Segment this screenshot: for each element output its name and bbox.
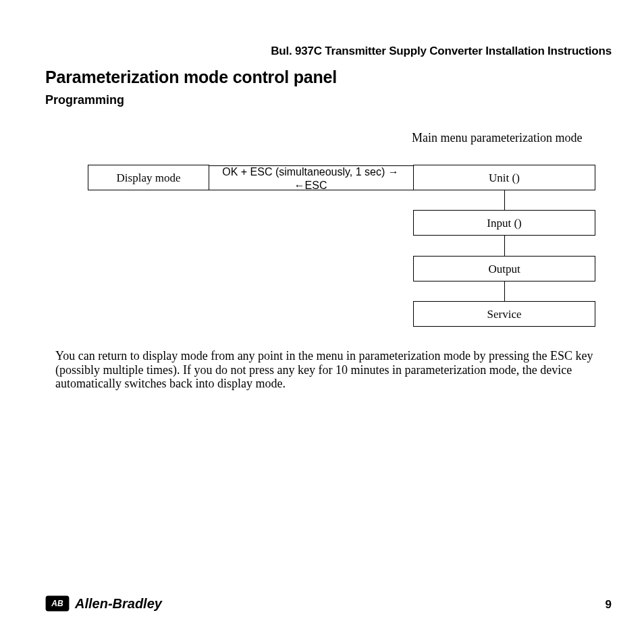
box-display-mode: Display mode xyxy=(88,165,209,190)
connector-line xyxy=(504,281,505,301)
connector-line xyxy=(504,190,505,210)
page-footer: AB Allen-Bradley 9 xyxy=(45,595,612,622)
running-header: Bul. 937C Transmitter Supply Converter I… xyxy=(271,45,612,58)
section-title: Parameterization mode control panel xyxy=(45,68,337,87)
connector-line xyxy=(504,236,505,256)
brand-name: Allen-Bradley xyxy=(75,596,162,612)
arrow-label-exit: ←ESC xyxy=(213,180,408,192)
body-paragraph: You can return to display mode from any … xyxy=(55,349,602,391)
arrow-label-enter: OK + ESC (simultaneously, 1 sec) → xyxy=(213,166,408,178)
page-number: 9 xyxy=(606,598,612,612)
subsection-title: Programming xyxy=(45,93,124,107)
box-menu-item: Service xyxy=(413,301,595,327)
box-menu-item: Unit () xyxy=(413,165,595,190)
page: Bul. 937C Transmitter Supply Converter I… xyxy=(0,0,644,644)
menu-diagram: Display mode OK + ESC (simultaneously, 1… xyxy=(88,165,614,333)
menu-caption: Main menu parameterization mode xyxy=(412,131,582,145)
box-menu-item: Input () xyxy=(413,210,595,236)
brand-logo-icon: AB xyxy=(45,595,70,612)
box-menu-item: Output xyxy=(413,256,595,281)
brand: AB Allen-Bradley xyxy=(45,595,612,612)
svg-text:AB: AB xyxy=(51,599,63,608)
